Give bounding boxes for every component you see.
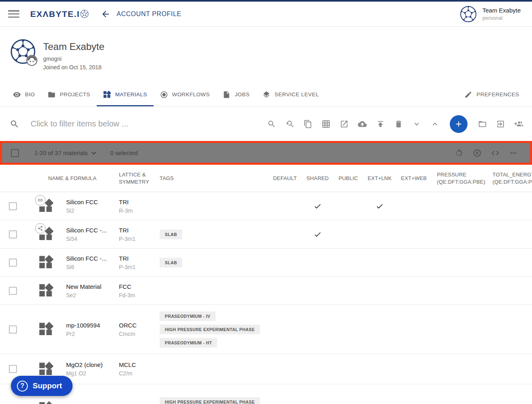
lattice-type: ORCC xyxy=(119,322,160,329)
tab-bar: BIOPROJECTSMATERIALSWORKFLOWSJOBSSERVICE… xyxy=(0,84,532,107)
extlnk-check-icon xyxy=(376,202,384,210)
table-row[interactable]: Silicon FCC -...Si6TRIP-3m1SLAB xyxy=(0,249,532,277)
grid-icon[interactable] xyxy=(322,120,330,128)
cloud-upload-icon[interactable] xyxy=(358,120,367,128)
material-formula: Se2 xyxy=(66,292,119,298)
code-icon[interactable] xyxy=(491,149,500,157)
column-header-tags[interactable]: TAGS xyxy=(160,175,269,182)
brand-logo[interactable]: EXΛBYTE.I xyxy=(30,9,89,19)
column-header-default[interactable]: DEFAULT xyxy=(269,175,301,182)
selection-bar-actions xyxy=(455,149,530,157)
tab-jobs[interactable]: JOBS xyxy=(216,84,256,106)
account-name: Team Exabyte xyxy=(482,7,521,14)
table-row[interactable]: HIGH PRESSURE EXPERIMENTAL PHASE xyxy=(0,384,532,404)
row-checkbox[interactable] xyxy=(9,287,17,295)
profile-username: gmogni xyxy=(43,56,104,62)
tag-chip: PRASEODYMIUM - HT xyxy=(160,338,217,348)
add-material-fab[interactable] xyxy=(450,115,468,133)
support-label: Support xyxy=(33,381,62,390)
group-add-icon[interactable] xyxy=(514,120,523,128)
material-name[interactable]: Silicon FCC xyxy=(66,199,119,205)
lattice-type: MCLC xyxy=(119,361,160,368)
selection-bar-annotated: 1-20 of 37 materials 0 selected xyxy=(0,141,532,165)
delete-icon[interactable] xyxy=(394,120,403,128)
material-name[interactable]: mp-1009594 xyxy=(66,322,119,329)
topbar: EXΛBYTE.I ACCOUNT PROFILE Team Exabyte p… xyxy=(0,2,532,27)
material-formula: Si2 xyxy=(66,207,119,214)
table-row[interactable]: Silicon FCC -...Si54TRIP-3m1SLAB xyxy=(0,220,532,249)
column-header-name[interactable]: NAME & FORMULA xyxy=(26,175,119,182)
column-header-extweb[interactable]: EXT+WEB xyxy=(397,175,430,182)
tab-label: WORKFLOWS xyxy=(172,91,210,97)
pause-circle-icon[interactable] xyxy=(473,149,482,157)
tab-preferences[interactable]: PREFERENCES xyxy=(458,84,526,106)
row-checkbox[interactable] xyxy=(9,325,17,334)
open-in-new-icon[interactable] xyxy=(340,120,349,128)
brand-ball-icon xyxy=(80,10,89,18)
folder-filled-icon xyxy=(48,91,56,99)
account-avatar[interactable] xyxy=(460,6,477,23)
material-name[interactable]: MgO2 (clone) xyxy=(66,361,119,368)
layers-icon xyxy=(262,91,270,99)
tag-chip: SLAB xyxy=(160,230,182,239)
chevron-down-icon[interactable] xyxy=(412,120,421,128)
material-formula: Si54 xyxy=(66,236,119,242)
target-icon xyxy=(160,91,168,99)
table-row[interactable]: MgO2 (clone)Mg1 O2MCLCC2/m xyxy=(0,354,532,384)
chevron-down-icon[interactable] xyxy=(89,149,98,157)
exit-icon[interactable] xyxy=(496,120,505,128)
symmetry-group: Fd-3m xyxy=(119,292,160,298)
lattice-type: FCC xyxy=(119,283,160,290)
row-checkbox[interactable] xyxy=(9,259,17,267)
tab-projects[interactable]: PROJECTS xyxy=(41,84,96,106)
shared-check-icon xyxy=(314,230,322,238)
search-retry-icon[interactable] xyxy=(285,120,294,128)
materials-toolbar xyxy=(267,115,532,133)
link-badge-icon xyxy=(35,195,46,205)
profile-joined-date: Joined on Oct 15, 2018 xyxy=(43,64,104,70)
material-name[interactable]: Silicon FCC -... xyxy=(66,255,119,262)
chevron-up-icon[interactable] xyxy=(430,120,439,128)
material-icon xyxy=(39,199,54,213)
filter-bar xyxy=(0,107,532,141)
select-all-checkbox[interactable] xyxy=(11,149,19,157)
tag-chip: PRASEODYMIUM - IV xyxy=(160,311,216,321)
tab-materials[interactable]: MATERIALS xyxy=(97,84,154,106)
row-checkbox[interactable] xyxy=(9,230,17,238)
account-switcher[interactable]: Team Exabyte personal xyxy=(460,6,532,23)
column-header-pressure[interactable]: PRESSURE(QE:DFT:GGA:PBE) xyxy=(430,171,493,186)
column-header-lattice[interactable]: LATTICE &SYMMETRY xyxy=(119,171,160,186)
material-name[interactable]: New Material xyxy=(66,283,119,290)
lattice-type: TRI xyxy=(119,255,160,262)
material-icon xyxy=(39,227,54,242)
copy-icon[interactable] xyxy=(303,120,312,128)
symmetry-group: P-3m1 xyxy=(119,264,160,270)
column-header-shared[interactable]: SHARED xyxy=(301,175,335,182)
column-header-extlnk[interactable]: EXT+LNK xyxy=(362,175,397,182)
filter-input[interactable] xyxy=(31,119,192,128)
search-icon[interactable] xyxy=(267,120,276,128)
back-arrow-icon[interactable] xyxy=(101,9,110,19)
folder-icon[interactable] xyxy=(478,120,487,128)
row-checkbox[interactable] xyxy=(9,365,17,373)
pencil-icon xyxy=(464,91,472,99)
more-horiz-icon[interactable] xyxy=(509,149,518,157)
restore-icon[interactable] xyxy=(455,149,463,157)
material-icon xyxy=(39,255,54,270)
upload-icon[interactable] xyxy=(376,120,385,128)
materials-icon xyxy=(103,91,111,99)
support-button[interactable]: ? Support xyxy=(11,376,73,396)
table-row[interactable]: New MaterialSe2FCCFd-3m xyxy=(0,277,532,305)
table-row[interactable]: mp-1009594Pr2ORCCCmcmPRASEODYMIUM - IVHI… xyxy=(0,305,532,354)
menu-icon[interactable] xyxy=(8,10,19,18)
row-checkbox[interactable] xyxy=(9,202,17,210)
column-header-total_energy[interactable]: TOTAL_ENERGY(QE:DFT:GGA:PB xyxy=(493,171,532,186)
column-header-public[interactable]: PUBLIC xyxy=(335,175,362,182)
symmetry-group: P-3m1 xyxy=(119,236,160,242)
tab-service-level[interactable]: SERVICE LEVEL xyxy=(256,84,325,106)
material-name[interactable]: Silicon FCC -... xyxy=(66,227,119,234)
table-row[interactable]: Silicon FCCSi2TRIR-3m xyxy=(0,192,532,220)
tab-bio[interactable]: BIO xyxy=(6,84,41,106)
tab-workflows[interactable]: WORKFLOWS xyxy=(154,84,216,106)
share-badge-icon xyxy=(35,223,46,234)
